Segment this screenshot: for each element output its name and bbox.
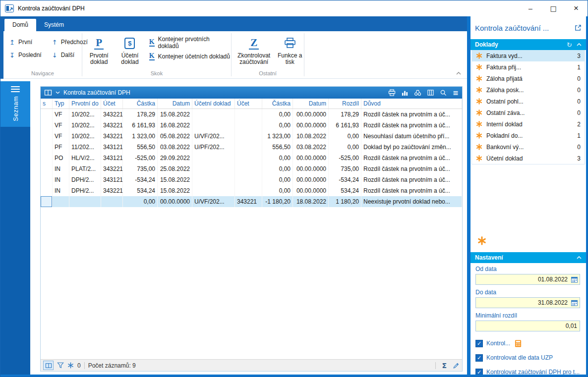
edit-pencil-icon[interactable] bbox=[453, 362, 460, 369]
doklady-item-label: Faktura přij... bbox=[486, 64, 573, 71]
filter-icon[interactable] bbox=[57, 362, 64, 369]
doklady-item-label: Účetní doklad bbox=[486, 155, 573, 162]
nastaveni-header-label: Nastavení bbox=[475, 254, 503, 261]
panel-splitter[interactable] bbox=[467, 16, 470, 376]
doklady-item[interactable]: Záloha přijatá0 bbox=[472, 73, 585, 84]
column-header-5[interactable]: Datum bbox=[158, 99, 192, 108]
calendar-icon[interactable] bbox=[571, 276, 578, 283]
checkbox[interactable]: ✓ bbox=[475, 340, 483, 347]
sidebar-tab-seznam[interactable]: Seznam bbox=[0, 81, 30, 127]
field-input[interactable]: 01.08.2022 bbox=[475, 274, 580, 285]
tab-system[interactable]: Systém bbox=[36, 19, 72, 31]
kontejner-ucetnich-button[interactable]: K Kontejner účetních dokladů bbox=[149, 52, 231, 61]
table-cell: Rozdíl částek na prvotním a úč... bbox=[361, 120, 462, 131]
chart-icon[interactable] bbox=[401, 89, 409, 96]
table-cell: 735,00 bbox=[123, 163, 158, 174]
doklady-item[interactable]: Pokladní do...1 bbox=[472, 130, 585, 141]
grid-menu-icon[interactable]: ≡ bbox=[453, 89, 459, 96]
expand-panel-icon[interactable] bbox=[574, 24, 582, 32]
table-row[interactable]: INDPH/2...343221534,2415.08.20220,0000.0… bbox=[41, 185, 462, 196]
doklady-item[interactable]: Interní doklad2 bbox=[472, 118, 585, 130]
document-type-asterisk-icon bbox=[476, 98, 482, 105]
calendar-icon[interactable] bbox=[571, 299, 578, 307]
table-row[interactable]: PF11/202...343121556,5003.08.2022U/PF/20… bbox=[41, 142, 462, 153]
column-header-3[interactable]: Účet bbox=[101, 99, 123, 108]
ribbon-collapse-chevron[interactable] bbox=[456, 69, 461, 76]
column-header-9[interactable]: Datum bbox=[293, 99, 329, 108]
table-cell: VF bbox=[53, 109, 69, 120]
doklady-item-count: 3 bbox=[577, 53, 581, 59]
binoculars-icon[interactable] bbox=[414, 89, 421, 96]
table-cell: 178,29 bbox=[123, 109, 158, 120]
table-cell: U/VF/202... bbox=[192, 196, 235, 207]
last-button[interactable]: ↧ Poslední bbox=[7, 50, 43, 60]
columns-toggle-button[interactable] bbox=[43, 361, 54, 370]
kontejner-prvotnich-button[interactable]: K Kontejner prvotních dokladů bbox=[149, 38, 231, 47]
table-row[interactable]: VF10/202...343221178,2915.08.20220,0000.… bbox=[41, 109, 462, 120]
table-row[interactable]: INDPH/2...343121-534,2415.08.20220,0000.… bbox=[41, 174, 462, 185]
table-cell: 534,24 bbox=[329, 185, 361, 196]
sum-icon[interactable]: Σ bbox=[442, 362, 447, 370]
table-cell: 00.00.0000 bbox=[293, 163, 329, 174]
column-header-11[interactable]: Důvod bbox=[361, 99, 462, 108]
chevron-down-icon[interactable] bbox=[56, 91, 60, 94]
table-cell bbox=[192, 174, 235, 185]
table-cell: IN bbox=[53, 174, 69, 185]
table-row[interactable]: VF10/202...3432211 323,0005.08.2022U/VF/… bbox=[41, 131, 462, 142]
table-row[interactable]: 0,0000.00.0000U/VF/202...343221-1 180,20… bbox=[41, 196, 462, 207]
checkbox-row[interactable]: ✓Kontrolovat dle data UZP bbox=[475, 353, 580, 362]
zoom-settings-icon[interactable] bbox=[440, 89, 447, 96]
doklady-section-header[interactable]: Doklady ↻ bbox=[470, 39, 586, 50]
nastaveni-section-header[interactable]: Nastavení bbox=[470, 252, 586, 263]
column-header-0[interactable]: s bbox=[41, 99, 53, 108]
first-button[interactable]: ↥ První bbox=[7, 37, 43, 47]
field-input[interactable]: 31.08.2022 bbox=[475, 297, 580, 308]
column-header-4[interactable]: Částka bbox=[123, 99, 158, 108]
doklady-item[interactable]: Ostatní záva...0 bbox=[472, 107, 585, 118]
doklady-item[interactable]: Záloha posk...0 bbox=[472, 84, 585, 96]
table-cell: Neexistuje prvotní doklad nebo... bbox=[361, 196, 462, 207]
print-icon[interactable] bbox=[388, 89, 396, 96]
zkontrolovat-label: Zkontrolovat zaúčtování bbox=[235, 53, 273, 65]
group-label-navigace: Navigace bbox=[3, 70, 82, 76]
close-button[interactable]: × bbox=[565, 0, 588, 16]
checkbox[interactable]: ✓ bbox=[475, 354, 483, 362]
group-label-ostatni: Ostatní bbox=[232, 70, 304, 76]
column-header-10[interactable]: Rozdíl bbox=[329, 99, 361, 108]
table-cell: HL/V/2... bbox=[69, 153, 101, 163]
table-row[interactable]: VF10/202...3432216 161,9316.08.20220,000… bbox=[41, 120, 462, 131]
window-frame-strip bbox=[586, 16, 588, 377]
doklady-item[interactable]: Ostatní pohl...0 bbox=[472, 96, 585, 107]
sidebar: Seznam bbox=[0, 81, 30, 376]
orange-asterisk-icon bbox=[477, 236, 486, 247]
collapse-section-icon[interactable] bbox=[577, 256, 582, 259]
frozen-rows-icon[interactable] bbox=[67, 362, 74, 369]
column-header-1[interactable]: Typ bbox=[53, 99, 69, 108]
first-label: První bbox=[18, 39, 32, 46]
maximize-button[interactable]: □ bbox=[542, 0, 565, 16]
column-header-6[interactable]: Účetní doklad bbox=[192, 99, 235, 108]
minimize-button[interactable]: – bbox=[519, 0, 542, 16]
table-cell: 0,00 bbox=[329, 131, 361, 142]
column-header-7[interactable]: Účet bbox=[235, 99, 262, 108]
table-row[interactable]: POHL/V/2...343121-525,0029.09.20220,0000… bbox=[41, 153, 462, 163]
doklady-item[interactable]: Bankovní vý...0 bbox=[472, 141, 585, 153]
field-label: Od data bbox=[475, 266, 580, 272]
checkbox-row[interactable]: ✓Kontrol... bbox=[475, 339, 580, 348]
refresh-icon[interactable]: ↻ bbox=[567, 42, 572, 48]
document-type-asterisk-icon bbox=[476, 53, 482, 59]
column-header-8[interactable]: Částka bbox=[262, 99, 293, 108]
document-type-asterisk-icon bbox=[476, 121, 482, 127]
collapse-section-icon[interactable] bbox=[577, 43, 582, 46]
doklady-item[interactable]: Účetní doklad3 bbox=[472, 153, 585, 164]
document-type-asterisk-icon bbox=[476, 64, 482, 70]
column-header-2[interactable]: Prvotní do bbox=[69, 99, 101, 108]
tab-domu[interactable]: Domů bbox=[4, 19, 36, 31]
columns-book-icon[interactable] bbox=[44, 89, 52, 96]
doklady-item[interactable]: Faktura přij...1 bbox=[472, 61, 585, 73]
doklady-item[interactable]: Faktura vyd...3 bbox=[472, 50, 585, 61]
table-cell bbox=[41, 109, 53, 120]
field-input[interactable]: 0,01 bbox=[475, 321, 580, 331]
column-chooser-icon[interactable] bbox=[427, 89, 434, 96]
table-row[interactable]: INPLAT/2...343221735,0025.08.20220,0000.… bbox=[41, 163, 462, 174]
